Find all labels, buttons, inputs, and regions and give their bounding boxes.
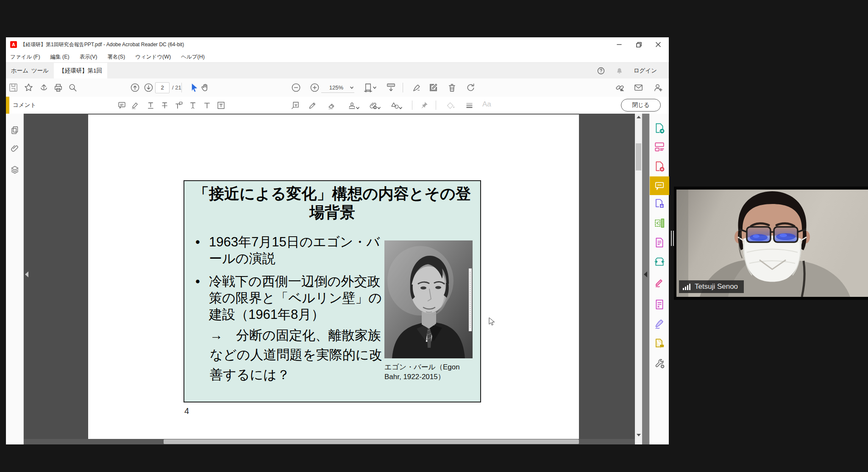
tools-rail — [649, 114, 669, 444]
restore-button[interactable] — [629, 37, 648, 52]
convert-pdf-icon[interactable] — [654, 198, 665, 209]
fit-width-icon[interactable] — [363, 83, 373, 92]
create-pdf-icon[interactable] — [654, 161, 665, 172]
email-icon[interactable] — [634, 83, 643, 92]
vertical-scroll-thumb[interactable] — [636, 143, 641, 170]
text-callout-icon[interactable] — [291, 101, 300, 110]
minimize-button[interactable] — [609, 37, 629, 52]
vertical-scrollbar[interactable] — [635, 114, 642, 444]
request-signatures-icon[interactable] — [654, 338, 665, 349]
hand-tool-icon[interactable] — [200, 83, 210, 92]
text-style-icon[interactable]: Aa — [482, 100, 495, 109]
fill-color-icon[interactable] — [446, 101, 455, 110]
acrobat-app-icon: A — [10, 41, 17, 48]
comment-toolbar: コメント Aa 閉じる — [6, 97, 669, 114]
text-box-icon[interactable] — [217, 101, 225, 110]
toolbar-options-icon[interactable] — [386, 83, 396, 92]
highlight-icon[interactable] — [131, 101, 139, 110]
zoom-level-value[interactable]: 125% — [323, 78, 343, 97]
insert-text-icon[interactable] — [189, 101, 198, 110]
erase-icon[interactable] — [327, 101, 336, 110]
screen: A 【経環研】第1回研究会報告PPT.pdf - Adobe Acrobat R… — [0, 0, 868, 472]
menu-help[interactable]: ヘルプ(H) — [181, 53, 205, 61]
zoom-in-icon[interactable] — [310, 83, 320, 92]
sign-pen-tool-icon[interactable] — [654, 276, 665, 288]
pdf-page: 「接近による変化」構想の内容とその登場背景 1963年7月15日のエゴン・バール… — [88, 115, 579, 444]
attach-caret-icon[interactable] — [377, 107, 381, 109]
draw-pencil-icon[interactable] — [308, 101, 317, 110]
restore-icon — [636, 42, 642, 47]
compress-pdf-icon[interactable] — [654, 256, 665, 267]
close-button[interactable] — [648, 37, 668, 52]
menu-window[interactable]: ウィンドウ(W) — [135, 53, 171, 61]
shapes-caret-icon[interactable] — [399, 107, 402, 109]
delete-icon[interactable] — [447, 83, 457, 92]
help-icon[interactable] — [597, 67, 605, 75]
resize-handle[interactable] — [671, 231, 674, 246]
shapes-icon[interactable] — [390, 101, 399, 110]
previous-page-icon[interactable] — [130, 83, 140, 92]
zoom-out-icon[interactable] — [291, 83, 301, 92]
more-tools-icon[interactable] — [654, 358, 665, 369]
horizontal-scroll-thumb[interactable] — [164, 439, 579, 444]
webcam-panel[interactable]: Tetsuji Senoo — [674, 187, 868, 300]
edit-pdf-icon[interactable] — [654, 217, 665, 228]
stamp-icon[interactable] — [348, 101, 356, 110]
underline-text-icon[interactable] — [146, 101, 155, 110]
attach-file-icon[interactable] — [369, 101, 378, 110]
collapse-left-panel-icon[interactable] — [25, 271, 28, 277]
comment-tool-active[interactable] — [650, 176, 669, 195]
mouse-cursor — [488, 317, 498, 327]
account-add-icon[interactable] — [653, 83, 663, 92]
expand-tools-panel-icon[interactable] — [644, 271, 647, 277]
menu-file[interactable]: ファイル (F) — [10, 53, 40, 61]
fit-caret-icon[interactable] — [373, 87, 376, 89]
menu-view[interactable]: 表示(V) — [80, 53, 97, 61]
document-canvas[interactable]: 「接近による変化」構想の内容とその登場背景 1963年7月15日のエゴン・バール… — [24, 114, 635, 444]
pin-icon[interactable] — [420, 101, 428, 110]
search-icon[interactable] — [68, 83, 78, 92]
horizontal-scrollbar[interactable] — [24, 439, 635, 444]
scroll-up-icon[interactable] — [637, 116, 641, 118]
share-icon[interactable] — [39, 83, 49, 92]
login-button[interactable]: ログイン — [634, 67, 657, 75]
next-page-icon[interactable] — [144, 83, 153, 92]
page-thumbnails-icon[interactable] — [10, 126, 19, 135]
page-total-label: / 21 — [172, 78, 181, 97]
certificates-icon[interactable] — [654, 318, 665, 329]
slide-bullets: 1963年7月15日のエゴン・バールの演説 冷戦下の西側一辺倒の外交政策の限界と… — [195, 234, 390, 385]
connection-signal-icon — [683, 284, 691, 290]
organize-pages-icon[interactable] — [654, 141, 665, 152]
attachments-icon[interactable] — [10, 144, 19, 153]
prepare-form-icon[interactable] — [654, 299, 665, 310]
line-weight-icon[interactable] — [465, 101, 474, 110]
zoom-caret-icon[interactable] — [350, 87, 353, 89]
layers-icon[interactable] — [10, 165, 19, 174]
sign-pen-icon[interactable] — [412, 83, 422, 92]
share-link-icon[interactable] — [615, 83, 625, 92]
fill-and-sign-icon[interactable] — [428, 83, 438, 92]
tab-document[interactable]: 【経環研】第1回研究...✕ — [54, 63, 107, 78]
menu-edit[interactable]: 編集 (E) — [50, 53, 70, 61]
page-number-input[interactable]: 2 — [155, 82, 170, 93]
select-tool-icon[interactable] — [189, 83, 199, 92]
add-text-icon[interactable] — [203, 101, 211, 110]
tab-tools[interactable]: ツール — [26, 63, 54, 78]
replace-text-icon[interactable] — [174, 101, 183, 110]
menu-sign[interactable]: 署名(S) — [107, 53, 125, 61]
save-icon[interactable] — [8, 83, 18, 92]
star-icon[interactable] — [24, 83, 33, 92]
fill-and-sign-tool-icon[interactable] — [654, 237, 665, 248]
close-icon — [656, 42, 661, 47]
notifications-bell-icon[interactable] — [615, 67, 623, 75]
bullet-item: 1963年7月15日のエゴン・バールの演説 — [195, 234, 390, 267]
comment-close-button[interactable]: 閉じる — [621, 99, 661, 112]
restore-version-icon[interactable] — [466, 83, 476, 92]
title-bar: A 【経環研】第1回研究会報告PPT.pdf - Adobe Acrobat R… — [6, 37, 669, 52]
print-icon[interactable] — [53, 83, 63, 92]
stamp-caret-icon[interactable] — [356, 107, 359, 109]
scroll-down-icon[interactable] — [637, 434, 641, 436]
sticky-note-icon[interactable] — [117, 101, 126, 110]
strikethrough-text-icon[interactable] — [160, 101, 169, 110]
export-pdf-icon[interactable] — [654, 123, 665, 134]
